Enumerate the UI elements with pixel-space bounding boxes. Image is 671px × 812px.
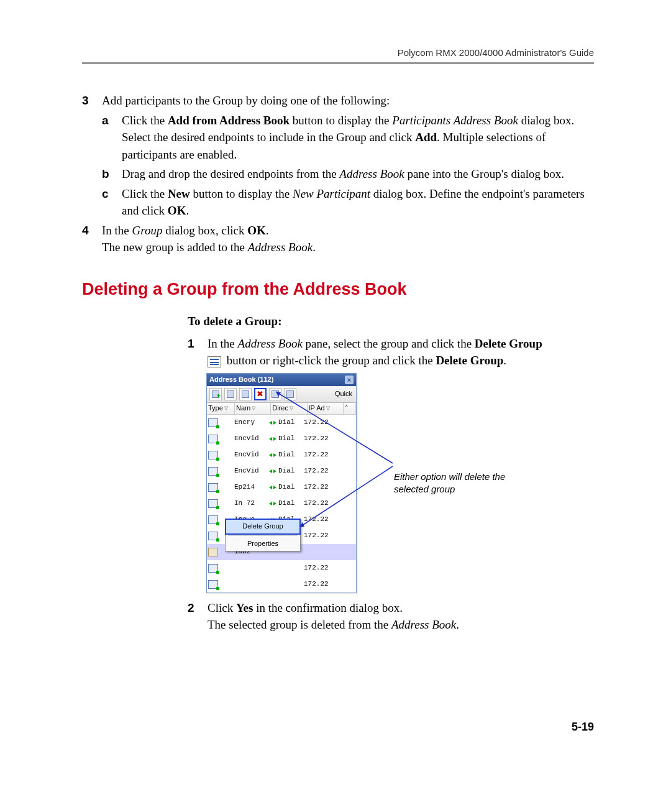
toolbar-btn-5-icon[interactable] <box>269 388 281 400</box>
quick-search-label[interactable]: Quick <box>335 389 354 399</box>
col-type[interactable]: Type▽ <box>207 403 235 414</box>
row-direction: Dial <box>268 482 303 492</box>
scroll-up-icon[interactable]: ˄ <box>344 403 356 414</box>
address-book-toolbar: Quick <box>207 386 356 403</box>
step-3-text: Add participants to the Group by doing o… <box>102 92 594 109</box>
context-menu: Delete Group Properties <box>225 519 301 551</box>
del-step-1-text: In the Address Book pane, select the gro… <box>208 335 594 369</box>
delete-group-icon[interactable] <box>254 388 267 400</box>
row-ip: 172.22 <box>303 499 337 509</box>
participant-icon <box>208 564 218 573</box>
participant-icon <box>208 483 218 492</box>
address-book-panel: Address Book (112) × Quick Type▽ <box>206 373 357 593</box>
row-ip: 172.22 <box>303 482 337 492</box>
participant-icon <box>208 467 218 476</box>
step-3c-letter: c <box>102 185 122 219</box>
address-book-columns: Type▽ Nam▽ Direc▽ IP Ad▽ ˄ <box>207 403 356 415</box>
dial-arrow-icon <box>269 436 276 442</box>
row-direction: Dial <box>268 450 303 460</box>
row-ip: 172.22 <box>303 531 337 541</box>
step-3a-letter: a <box>102 112 122 164</box>
col-ip[interactable]: IP Ad▽ <box>308 403 344 414</box>
row-ip: 172.22 <box>303 515 337 525</box>
header-guide-title: Polycom RMX 2000/4000 Administrator's Gu… <box>398 47 594 58</box>
table-row[interactable]: EncVidDial172.22 <box>207 463 356 479</box>
table-row[interactable]: EncryDial172.22 <box>207 415 356 431</box>
page-number: 5-19 <box>572 721 594 734</box>
del-step-2-number: 2 <box>188 599 208 634</box>
step-3a-text: Click the Add from Address Book button t… <box>122 112 594 164</box>
delete-group-toolbar-icon <box>208 356 221 367</box>
dial-arrow-icon <box>269 452 276 458</box>
context-separator <box>228 535 298 536</box>
new-participant-icon[interactable] <box>209 388 222 400</box>
row-ip: 172.22 <box>303 450 337 460</box>
participant-icon <box>208 499 218 508</box>
context-delete-group[interactable]: Delete Group <box>225 519 301 535</box>
procedure-lead: To delete a Group: <box>188 313 594 330</box>
table-row[interactable]: 172.22 <box>207 560 356 576</box>
header-rule <box>82 62 594 64</box>
row-ip: 172.22 <box>303 466 337 476</box>
col-name[interactable]: Nam▽ <box>235 403 271 414</box>
row-ip: 172.22 <box>303 434 337 444</box>
step-4-text: In the Group dialog box, click OK. The n… <box>102 222 594 256</box>
address-book-titlebar: Address Book (112) × <box>207 374 356 386</box>
step-3c-text: Click the New button to display the New … <box>122 185 594 219</box>
row-name: Encry <box>233 418 268 428</box>
participant-icon <box>208 435 218 443</box>
row-ip: 172.22 <box>303 418 337 428</box>
col-direction[interactable]: Direc▽ <box>271 403 307 414</box>
toolbar-btn-6-icon[interactable] <box>284 388 296 400</box>
step-3-number: 3 <box>82 92 102 109</box>
row-direction: Dial <box>268 434 303 444</box>
context-properties[interactable]: Properties <box>226 537 300 551</box>
participant-icon <box>208 580 218 589</box>
table-row[interactable]: EncVidDial172.22 <box>207 447 356 463</box>
row-name: EncVid <box>233 450 268 460</box>
table-row[interactable]: 172.22 <box>207 576 356 593</box>
address-book-title: Address Book (112) <box>209 375 273 385</box>
row-name: EncVid <box>233 466 268 476</box>
callout-text: Either option will delete the selected g… <box>394 471 531 495</box>
group-icon <box>208 548 218 556</box>
toolbar-btn-2-icon[interactable] <box>224 388 237 400</box>
row-name: In 72 <box>233 499 268 509</box>
row-direction: Dial <box>268 499 303 509</box>
dial-arrow-icon <box>269 468 276 474</box>
row-direction: Dial <box>268 466 303 476</box>
del-step-1-number: 1 <box>188 335 208 369</box>
address-book-rows: EncryDial172.22EncVidDial172.22EncVidDia… <box>207 415 356 593</box>
del-step-2-text: Click Yes in the confirmation dialog box… <box>208 599 594 634</box>
participant-icon <box>208 451 218 459</box>
participant-icon <box>208 532 218 540</box>
dial-arrow-icon <box>269 501 276 507</box>
close-icon[interactable]: × <box>345 376 354 384</box>
row-ip: 172.22 <box>303 563 337 573</box>
row-ip: 172.22 <box>303 579 337 589</box>
table-row[interactable]: Ep214Dial172.22 <box>207 479 356 496</box>
row-name: Ep214 <box>233 482 268 492</box>
row-name: EncVid <box>233 434 268 444</box>
step-3b-letter: b <box>102 165 122 183</box>
participant-icon <box>208 418 218 427</box>
table-row[interactable]: EncVidDial172.22 <box>207 431 356 447</box>
section-heading-delete-group: Deleting a Group from the Address Book <box>82 277 594 302</box>
dial-arrow-icon <box>269 420 276 426</box>
toolbar-btn-3-icon[interactable] <box>239 388 252 400</box>
dial-arrow-icon <box>269 484 276 491</box>
row-direction: Dial <box>268 418 303 428</box>
step-3b-text: Drag and drop the desired endpoints from… <box>122 165 594 183</box>
step-4-number: 4 <box>82 222 102 256</box>
table-row[interactable]: In 72Dial172.22 <box>207 496 356 512</box>
participant-icon <box>208 515 218 524</box>
